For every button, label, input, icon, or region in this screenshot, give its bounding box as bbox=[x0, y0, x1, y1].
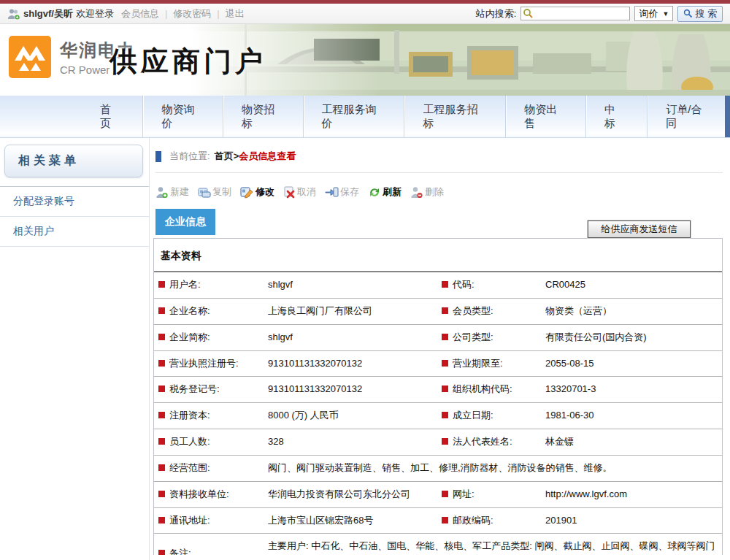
user-group-icon bbox=[7, 8, 20, 20]
field-label: 网址: bbox=[437, 481, 541, 507]
red-bullet-icon bbox=[442, 334, 448, 340]
save-button-label: 保存 bbox=[340, 185, 359, 199]
tab-company-info[interactable]: 企业信息 bbox=[155, 209, 215, 235]
change-password-link[interactable]: 修改密码 bbox=[173, 7, 211, 20]
field-value: 华润电力投资有限公司东北分公司 bbox=[264, 481, 437, 507]
cancel-button-label: 取消 bbox=[297, 185, 316, 199]
field-label: 经营范围: bbox=[154, 455, 264, 481]
link-separator: | bbox=[165, 8, 167, 19]
copy-button-label: 复制 bbox=[212, 185, 231, 199]
field-label: 营业执照注册号: bbox=[154, 350, 264, 377]
topbar: shlgvf/吴昕 欢迎登录 会员信息 | 修改密码 | 退出 站内搜索: 询价… bbox=[0, 4, 730, 24]
red-bullet-icon bbox=[158, 281, 165, 288]
modify-button[interactable]: 修改 bbox=[240, 185, 274, 199]
member-info-link[interactable]: 会员信息 bbox=[121, 7, 159, 20]
delete-button-label: 删除 bbox=[425, 185, 444, 199]
nav-item-orders-contracts[interactable]: 订单/合同 bbox=[647, 96, 730, 137]
search-input-magnifier-icon bbox=[523, 8, 534, 19]
nav-item-home[interactable]: 首 页 bbox=[82, 96, 142, 137]
breadcrumb-home-link[interactable]: 首页> bbox=[215, 150, 239, 163]
field-value: 201901 bbox=[541, 507, 722, 534]
field-value: 1981-06-30 bbox=[541, 403, 722, 429]
field-label: 营业期限至: bbox=[437, 350, 541, 377]
main-nav: 首 页 物资询价 物资招标 工程服务询价 工程服务招标 物资出售 中 标 订单/… bbox=[0, 96, 730, 138]
logout-link[interactable]: 退出 bbox=[226, 7, 245, 20]
new-button[interactable]: 新建 bbox=[155, 185, 189, 199]
table-row: 企业名称:上海良工阀门厂有限公司会员类型:物资类（运营） bbox=[154, 298, 722, 324]
nav-item-service-bidding[interactable]: 工程服务招标 bbox=[404, 96, 505, 137]
sidebar-title: 相关菜单 bbox=[4, 145, 143, 177]
field-value: 上海良工阀门厂有限公司 bbox=[264, 298, 437, 324]
nav-item-material-inquiry[interactable]: 物资询价 bbox=[142, 96, 223, 137]
save-icon bbox=[325, 186, 339, 198]
search-button[interactable]: 搜 索 bbox=[677, 6, 723, 22]
user-add-icon bbox=[155, 186, 169, 199]
cancel-icon bbox=[283, 186, 296, 199]
new-button-label: 新建 bbox=[170, 185, 189, 199]
save-button[interactable]: 保存 bbox=[325, 185, 359, 199]
cancel-button[interactable]: 取消 bbox=[283, 185, 316, 199]
tab-bar: 企业信息 给供应商发送短信 bbox=[150, 209, 730, 238]
site-search-input[interactable] bbox=[520, 7, 630, 20]
nav-item-service-inquiry[interactable]: 工程服务询价 bbox=[303, 96, 404, 137]
field-value: 主要用户: 中石化、中石油、国电、华能、核电、军工产品类型: 闸阀、截止阀、止回… bbox=[264, 534, 722, 555]
site-search-label: 站内搜索: bbox=[476, 7, 517, 20]
field-value: 阀门、阀门驱动装置制造、销售、加工、修理,消防器材、消防设备的销售、维修。 bbox=[264, 455, 722, 481]
nav-item-material-bidding[interactable]: 物资招标 bbox=[223, 96, 303, 137]
copy-icon bbox=[198, 186, 211, 198]
refresh-icon bbox=[368, 186, 381, 199]
field-value: shlgvf bbox=[264, 272, 437, 298]
field-label: 资料接收单位: bbox=[154, 481, 264, 507]
field-label: 组织机构代码: bbox=[437, 377, 541, 403]
field-label: 企业简称: bbox=[154, 324, 264, 350]
red-bullet-icon bbox=[158, 386, 165, 392]
field-value: CR00425 bbox=[541, 272, 722, 298]
table-row: 员工人数:328法人代表姓名:林金镖 bbox=[154, 429, 722, 456]
red-bullet-icon bbox=[158, 307, 165, 314]
portal-title: 供应商门户 bbox=[110, 43, 266, 80]
red-bullet-icon bbox=[442, 491, 448, 497]
delete-button[interactable]: 删除 bbox=[410, 185, 444, 199]
table-row: 资料接收单位:华润电力投资有限公司东北分公司网址:http://www.lgvf… bbox=[154, 481, 722, 507]
field-label: 注册资本: bbox=[154, 403, 264, 429]
table-row: 经营范围:阀门、阀门驱动装置制造、销售、加工、修理,消防器材、消防设备的销售、维… bbox=[154, 455, 722, 481]
edit-icon bbox=[240, 186, 254, 199]
table-row: 企业简称:shlgvf公司类型:有限责任公司(国内合资) bbox=[154, 324, 722, 350]
field-label: 备注: bbox=[154, 534, 264, 555]
field-value: 8000 (万) 人民币 bbox=[264, 403, 437, 429]
field-value: 13320701-3 bbox=[541, 377, 722, 403]
field-value: 913101131332070132 bbox=[264, 377, 437, 403]
user-delete-icon bbox=[410, 186, 423, 199]
red-bullet-icon bbox=[158, 360, 165, 367]
field-label: 通讯地址: bbox=[154, 507, 264, 534]
refresh-button-label: 刷新 bbox=[383, 185, 402, 199]
field-value: 2055-08-15 bbox=[541, 350, 722, 377]
chevron-down-icon: ▼ bbox=[662, 10, 669, 18]
sidebar-item-assign-login-account[interactable]: 分配登录账号 bbox=[0, 187, 149, 217]
refresh-button[interactable]: 刷新 bbox=[368, 185, 402, 199]
table-row: 营业执照注册号:913101131332070132营业期限至:2055-08-… bbox=[154, 350, 722, 377]
copy-button[interactable]: 复制 bbox=[198, 185, 231, 199]
red-bullet-icon bbox=[158, 334, 165, 340]
red-bullet-icon bbox=[442, 438, 448, 445]
field-label: 成立日期: bbox=[437, 403, 541, 429]
header-banner: 华润电力 CR Power 供应商门户 bbox=[0, 24, 730, 96]
field-label: 用户名: bbox=[154, 272, 264, 298]
field-value: 上海市宝山区锦宏路68号 bbox=[264, 507, 437, 534]
nav-item-material-sale[interactable]: 物资出售 bbox=[505, 96, 585, 137]
sidebar: 相关菜单 分配登录账号 相关用户 bbox=[0, 138, 150, 560]
field-value: 328 bbox=[264, 429, 437, 456]
main-content: 当前位置: 首页> 会员信息查看 新建 bbox=[150, 138, 730, 560]
red-bullet-icon bbox=[158, 464, 165, 471]
send-sms-to-supplier-button[interactable]: 给供应商发送短信 bbox=[588, 220, 691, 238]
table-row: 通讯地址:上海市宝山区锦宏路68号邮政编码:201901 bbox=[154, 507, 722, 534]
field-label: 企业名称: bbox=[154, 298, 264, 324]
field-label: 法人代表姓名: bbox=[437, 429, 541, 456]
basic-info-table: 用户名:shlgvf代码:CR00425企业名称:上海良工阀门厂有限公司会员类型… bbox=[154, 272, 722, 555]
field-value: 物资类（运营） bbox=[541, 298, 722, 324]
nav-item-winning-bid[interactable]: 中 标 bbox=[585, 96, 647, 137]
field-label: 税务登记号: bbox=[154, 377, 264, 403]
search-category-value: 询价 bbox=[639, 7, 658, 20]
sidebar-item-related-users[interactable]: 相关用户 bbox=[0, 217, 149, 247]
search-category-dropdown[interactable]: 询价 ▼ bbox=[634, 6, 673, 21]
